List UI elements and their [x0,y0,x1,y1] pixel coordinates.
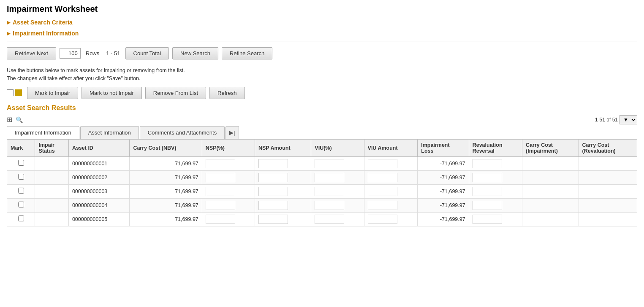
cell-carry-cost-nbv: 71,699.97 [130,198,202,212]
viu-pct-input[interactable] [315,173,344,182]
nsp-amount-input[interactable] [258,215,288,224]
cell-viu-pct[interactable] [311,198,364,212]
retrieve-next-button[interactable]: Retrieve Next [7,47,56,59]
viu-pct-input[interactable] [315,201,344,210]
search-results-icon[interactable]: 🔍 [16,116,23,123]
viu-pct-input[interactable] [315,215,344,224]
mark-to-impair-button[interactable]: Mark to Impair [27,87,78,99]
viu-amount-input[interactable] [368,187,397,196]
tab-more-button[interactable]: ▶| [226,126,239,139]
viu-amount-input[interactable] [368,215,397,224]
cell-carry-cost-impairment [522,212,579,226]
rows-label: Rows [86,50,100,57]
count-total-button[interactable]: Count Total [125,47,169,59]
nsp-amount-input[interactable] [258,187,288,196]
nsp-pct-input[interactable] [206,173,235,182]
cell-impair-status [35,184,68,198]
cell-carry-cost-impairment [522,184,579,198]
refine-search-button[interactable]: Refine Search [222,47,272,59]
col-carry-cost-impairment: Carry Cost(Impairment) [522,139,579,156]
cell-impair-status [35,198,68,212]
cell-carry-cost-nbv: 71,699.97 [130,184,202,198]
cell-nsp-pct[interactable] [202,212,255,226]
cell-impairment-loss: -71,699.97 [418,198,469,212]
cell-revaluation-reversal[interactable] [469,184,522,198]
nsp-amount-input[interactable] [258,159,288,168]
viu-pct-input[interactable] [315,187,344,196]
cell-revaluation-reversal[interactable] [469,198,522,212]
cell-viu-pct[interactable] [311,170,364,184]
cell-carry-cost-impairment [522,198,579,212]
col-viu-amount: VIU Amount [364,139,418,156]
mark-to-not-impair-button[interactable]: Mark to not Impair [82,87,142,99]
cell-viu-pct[interactable] [311,156,364,170]
nsp-pct-input[interactable] [206,215,235,224]
cell-revaluation-reversal[interactable] [469,170,522,184]
cell-nsp-pct[interactable] [202,184,255,198]
new-search-button[interactable]: New Search [172,47,218,59]
cell-viu-amount[interactable] [364,156,418,170]
remove-from-list-button[interactable]: Remove From List [145,87,206,99]
impairment-information-section[interactable]: Impairment Information [7,30,637,37]
cell-viu-pct[interactable] [311,184,364,198]
viu-amount-input[interactable] [368,201,397,210]
divider-1 [7,41,637,41]
refresh-button[interactable]: Refresh [209,87,245,99]
row-checkbox[interactable] [18,188,24,194]
cell-nsp-pct[interactable] [202,156,255,170]
notice-line2: The changes will take effect after you c… [7,75,637,83]
viu-amount-input[interactable] [368,173,397,182]
cell-asset-id: 000000000004 [68,198,130,212]
table-row: 00000000000471,699.97-71,699.97 [7,198,637,212]
cell-nsp-amount[interactable] [255,212,311,226]
pagination-select[interactable]: ▼ [620,115,637,124]
viu-pct-input[interactable] [315,159,344,168]
revaluation-reversal-input[interactable] [473,187,502,196]
row-checkbox[interactable] [18,160,24,166]
cell-viu-pct[interactable] [311,212,364,226]
tab-asset-information[interactable]: Asset Information [80,126,139,139]
col-mark: Mark [7,139,35,156]
cell-nsp-amount[interactable] [255,198,311,212]
nsp-amount-input[interactable] [258,173,288,182]
nsp-amount-input[interactable] [258,201,288,210]
cell-viu-amount[interactable] [364,184,418,198]
rows-input[interactable] [60,48,81,59]
revaluation-reversal-input[interactable] [473,159,502,168]
nsp-pct-input[interactable] [206,159,235,168]
cell-nsp-amount[interactable] [255,184,311,198]
cell-carry-cost-impairment [522,156,579,170]
nsp-pct-input[interactable] [206,201,235,210]
cell-viu-amount[interactable] [364,212,418,226]
table-row: 00000000000271,699.97-71,699.97 [7,170,637,184]
cell-nsp-amount[interactable] [255,156,311,170]
cell-impairment-loss: -71,699.97 [418,212,469,226]
cell-viu-amount[interactable] [364,198,418,212]
nsp-pct-input[interactable] [206,187,235,196]
row-checkbox[interactable] [18,174,24,180]
col-carry-cost-revaluation: Carry Cost(Revaluation) [579,139,637,156]
revaluation-reversal-input[interactable] [473,173,502,182]
cell-impair-status [35,212,68,226]
cell-revaluation-reversal[interactable] [469,156,522,170]
cell-carry-cost-revaluation [579,170,637,184]
viu-amount-input[interactable] [368,159,397,168]
revaluation-reversal-input[interactable] [473,201,502,210]
cell-carry-cost-nbv: 71,699.97 [130,170,202,184]
row-checkbox[interactable] [18,202,24,207]
col-viu-pct: VIU(%) [311,139,364,156]
row-checkbox[interactable] [18,215,24,221]
tab-impairment-information[interactable]: Impairment Information [7,126,79,139]
tab-comments-and-attachments[interactable]: Comments and Attachments [140,126,225,139]
asset-search-criteria-section[interactable]: Asset Search Criteria [7,19,637,26]
cell-carry-cost-revaluation [579,198,637,212]
cell-nsp-pct[interactable] [202,170,255,184]
grid-view-icon[interactable]: ⊞ [7,116,12,124]
cell-impair-status [35,156,68,170]
cell-nsp-pct[interactable] [202,198,255,212]
cell-nsp-amount[interactable] [255,170,311,184]
cell-revaluation-reversal[interactable] [469,212,522,226]
col-revaluation-reversal: RevaluationReversal [469,139,522,156]
revaluation-reversal-input[interactable] [473,215,502,224]
cell-viu-amount[interactable] [364,170,418,184]
